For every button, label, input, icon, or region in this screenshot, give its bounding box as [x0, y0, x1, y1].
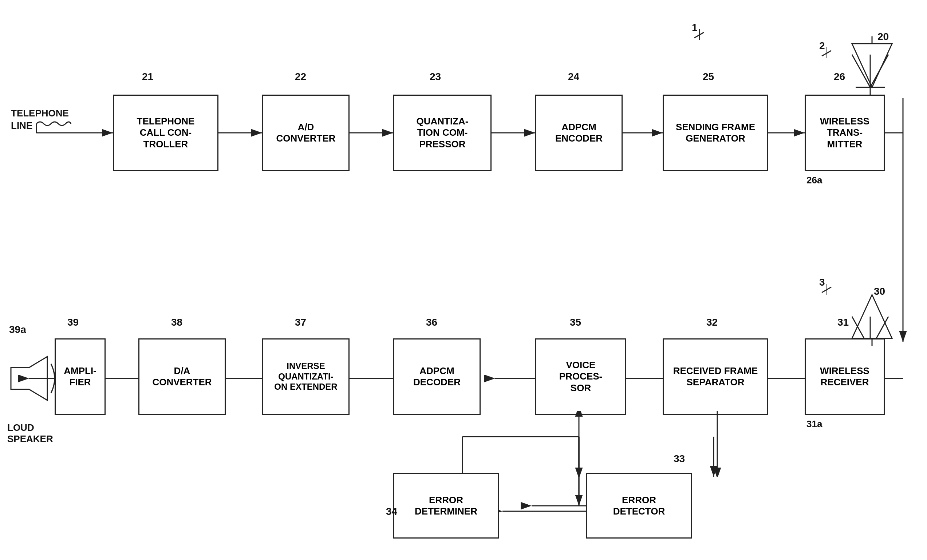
svg-marker-41 — [11, 357, 47, 400]
ref-31: 31 — [837, 317, 849, 328]
ref-30: 30 — [874, 285, 885, 297]
ref-23: 23 — [430, 71, 441, 83]
vp-error-arrow — [568, 411, 590, 477]
ref-37: 37 — [295, 317, 306, 328]
diagram: 1 2 3 TELEPHONELINE TELEPHONECALL CON-TR… — [0, 0, 927, 560]
ref-3: 3 — [819, 276, 825, 288]
block-35: VOICEPROCES-SOR — [535, 338, 626, 415]
svg-marker-39 — [852, 295, 892, 338]
block-36: ADPCMDECODER — [393, 338, 480, 415]
block-26: WIRELESSTRANS-MITTER — [805, 95, 885, 171]
ref-22: 22 — [295, 71, 306, 83]
ref-1: 1 — [692, 22, 698, 33]
block-34: ERRORDETERMINER — [393, 473, 499, 539]
ref-21: 21 — [142, 71, 153, 83]
block-31: WIRELESSRECEIVER — [805, 338, 885, 415]
ref-2: 2 — [819, 40, 825, 52]
ref-26a: 26a — [807, 175, 822, 186]
antenna-20 — [848, 36, 896, 91]
32-error-arrow — [707, 411, 728, 477]
ref-26: 26 — [834, 71, 845, 83]
block-39: AMPLI-FIER — [55, 338, 106, 415]
antenna-30 — [848, 291, 896, 346]
ref-31a: 31a — [807, 419, 822, 430]
ref-39: 39 — [67, 317, 79, 328]
block-21: TELEPHONECALL CON-TROLLER — [113, 95, 219, 171]
block-38: D/ACONVERTER — [138, 338, 226, 415]
loud-speaker-label: LOUDSPEAKER — [7, 422, 53, 445]
block-32: RECEIVED FRAMESEPARATOR — [663, 338, 768, 415]
block-33: ERRORDETECTOR — [586, 473, 692, 539]
ref-38: 38 — [171, 317, 182, 328]
telephone-line-label: TELEPHONELINE — [11, 107, 69, 132]
error-det-to-deter — [499, 500, 590, 522]
ref-34: 34 — [386, 506, 397, 518]
ref-32: 32 — [707, 317, 718, 328]
block-23: QUANTIZA-TION COM-PRESSOR — [393, 95, 492, 171]
ref-39a: 39a — [9, 324, 26, 335]
block-22: A/DCONVERTER — [262, 95, 350, 171]
ref-33: 33 — [673, 453, 685, 465]
block-24: ADPCMENCODER — [535, 95, 623, 171]
svg-marker-37 — [852, 44, 892, 87]
block-37: INVERSEQUANTIZATI-ON EXTENDER — [262, 338, 350, 415]
ref-25: 25 — [703, 71, 714, 83]
loudspeaker-39a — [7, 342, 55, 415]
ref-35: 35 — [570, 317, 581, 328]
ref-20: 20 — [877, 31, 889, 42]
block-25: SENDING FRAMEGENERATOR — [663, 95, 768, 171]
ref-36: 36 — [426, 317, 437, 328]
ref-24: 24 — [568, 71, 579, 83]
